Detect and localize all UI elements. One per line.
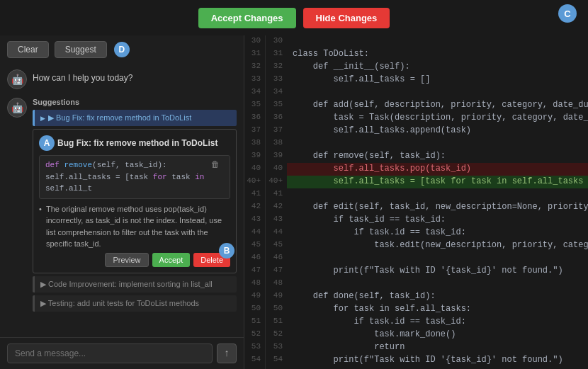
code-row: 5151 if task.id == task_id:: [244, 316, 588, 329]
message-input[interactable]: [7, 344, 213, 363]
line-number-left: 38: [244, 137, 266, 150]
code-row: 4444 if task.id == task_id:: [244, 227, 588, 239]
bug-fix-collapsed-text: ▶ Bug Fix: fix remove method in ToDoList: [48, 113, 191, 123]
left-panel: Clear Suggest D 🤖 How can I help you tod…: [0, 35, 244, 369]
bug-fix-title-text: Bug Fix: fix remove method in ToDoList: [57, 138, 217, 148]
line-number-left: 51: [244, 316, 266, 329]
code-row: 5353 return: [244, 341, 588, 354]
line-number-right: 50: [266, 303, 287, 316]
line-number-left: 30: [244, 35, 266, 48]
line-number-left: 43: [244, 214, 266, 227]
main-content: Clear Suggest D 🤖 How can I help you tod…: [0, 35, 588, 369]
line-content: [287, 278, 588, 290]
clear-button[interactable]: Clear: [7, 41, 49, 58]
code-row: 5252 task.mark_done(): [244, 329, 588, 341]
line-number-left: 37: [244, 125, 266, 137]
code-row: 3434: [244, 86, 588, 99]
line-number-right: 41: [266, 188, 287, 201]
suggest-button[interactable]: Suggest: [55, 41, 107, 58]
badge-d: D: [114, 42, 130, 57]
testing-item[interactable]: ▶ Testing: add unit tests for ToDoList m…: [33, 295, 237, 312]
line-content: [287, 137, 588, 150]
line-number-left: 41: [244, 188, 266, 201]
line-content: self.all_tasks = []: [287, 74, 588, 86]
description-bullet: The original remove method uses pop(task…: [39, 203, 230, 250]
code-row: 40+40+ self.all_tasks = [task for task i…: [244, 176, 588, 188]
bug-fix-collapsed-item[interactable]: ▶ ▶ Bug Fix: fix remove method in ToDoLi…: [33, 110, 237, 126]
badge-c: C: [558, 4, 577, 23]
badge-a: A: [39, 135, 55, 151]
code-block: def remove(self, task_id): self.all_task…: [39, 155, 230, 199]
suggestions-label: Suggestions: [33, 98, 237, 106]
line-content: def done(self, task_id):: [287, 290, 588, 303]
line-number-left: 42: [244, 201, 266, 214]
line-content: def __init__(self):: [287, 61, 588, 74]
code-editor-panel: 30303131class ToDoList:3232 def __init__…: [244, 35, 588, 369]
line-number-right: 52: [266, 329, 287, 341]
badge-b: B: [219, 243, 234, 259]
line-number-right: 40: [266, 163, 287, 176]
chat-text: How can I help you today?: [33, 69, 132, 83]
line-number-left: 34: [244, 86, 266, 99]
hide-changes-button[interactable]: Hide Changes: [303, 8, 390, 28]
line-content: def add(self, description, priority, cat…: [287, 99, 588, 112]
accept-changes-button[interactable]: Accept Changes: [198, 8, 296, 28]
code-row: 3535 def add(self, description, priority…: [244, 99, 588, 112]
accept-small-button[interactable]: Accept: [152, 253, 191, 267]
line-number-right: 34: [266, 86, 287, 99]
bug-fix-expanded-title: A Bug Fix: fix remove method in ToDoList: [39, 135, 230, 151]
line-number-right: 44: [266, 227, 287, 239]
line-number-left: 31: [244, 48, 266, 61]
code-row: 4848: [244, 278, 588, 290]
testing-text: ▶ Testing: add unit tests for ToDoList m…: [40, 299, 199, 308]
code-row: 3737 self.all_tasks.append(task): [244, 125, 588, 137]
trash-icon[interactable]: 🗑: [211, 159, 220, 170]
line-number-left: 45: [244, 239, 266, 252]
code-row: 5050 for task in self.all_tasks:: [244, 303, 588, 316]
line-number-right: 38: [266, 137, 287, 150]
code-block-inner: def remove(self, task_id): self.all_task…: [45, 159, 224, 195]
code-row: 3939 def remove(self, task_id):: [244, 150, 588, 163]
line-number-right: 42: [266, 201, 287, 214]
line-number-right: 39: [266, 150, 287, 163]
line-number-right: 43: [266, 214, 287, 227]
line-number-right: 33: [266, 74, 287, 86]
line-content: task.mark_done(): [287, 329, 588, 341]
action-buttons: B Preview Accept Delete: [39, 253, 230, 267]
line-number-left: 53: [244, 341, 266, 354]
send-icon: ↑: [224, 348, 230, 359]
code-row: 4545 task.edit(new_description, priority…: [244, 239, 588, 252]
line-number-right: 51: [266, 316, 287, 329]
line-content: [287, 252, 588, 265]
avatar-suggestions: 🤖: [7, 98, 27, 118]
avatar: 🤖: [7, 69, 27, 89]
line-content: self.all_tasks.pop(task_id): [287, 163, 588, 176]
line-content: task = Task(description, priority, categ…: [287, 112, 588, 125]
code-improvement-item[interactable]: ▶ Code Improvement: implement sorting in…: [33, 276, 237, 293]
code-row: 4242 def edit(self, task_id, new_descrip…: [244, 201, 588, 214]
line-number-left: 36: [244, 112, 266, 125]
bug-fix-expanded: A Bug Fix: fix remove method in ToDoList…: [33, 129, 237, 273]
code-line-1: def remove(self, task_id):: [45, 159, 224, 171]
code-row: 4949 def done(self, task_id):: [244, 290, 588, 303]
line-content: return: [287, 341, 588, 354]
line-number-right: 49: [266, 290, 287, 303]
line-number-left: 32: [244, 61, 266, 74]
send-button[interactable]: ↑: [217, 344, 237, 363]
line-content: [287, 86, 588, 99]
preview-button[interactable]: Preview: [105, 253, 148, 267]
line-number-right: 53: [266, 341, 287, 354]
line-number-left: 40: [244, 163, 266, 176]
line-number-right: 45: [266, 239, 287, 252]
line-content: self.all_tasks.append(task): [287, 125, 588, 137]
line-content: self.all_tasks = [task for task in self.…: [287, 176, 588, 188]
line-number-right: 30: [266, 35, 287, 48]
line-number-left: 33: [244, 74, 266, 86]
line-content: task.edit(new_description, priority, cat…: [287, 239, 588, 252]
line-content: [287, 35, 588, 48]
line-content: class ToDoList:: [287, 48, 588, 61]
line-content: if task.id == task_id:: [287, 316, 588, 329]
line-number-right: 48: [266, 278, 287, 290]
line-content: [287, 188, 588, 201]
code-editor: 30303131class ToDoList:3232 def __init__…: [244, 35, 588, 369]
